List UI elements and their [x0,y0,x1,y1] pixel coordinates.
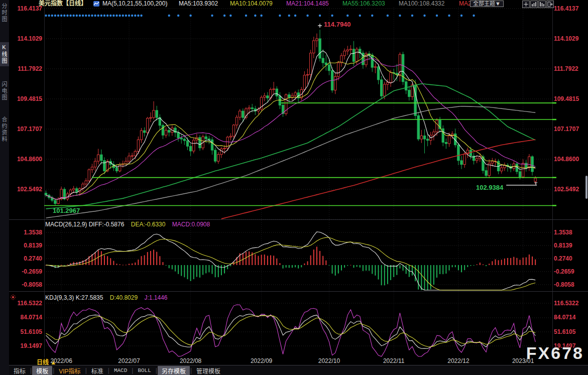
pan-crosshair-icon[interactable] [522,1,530,8]
candle-body [313,41,315,53]
candle-body [337,63,339,76]
ma-settings-label: MA(5,10,21,55,100,200) [102,0,167,8]
date-label: 2022/07 [118,357,140,364]
grid [44,8,552,357]
candle-body [156,110,158,117]
candle-body [501,168,503,171]
indicator-window-icon[interactable] [530,1,538,8]
candle-body [134,152,136,156]
candle-body [276,89,278,96]
sidebar-item-timeshare[interactable]: 分时图 [0,3,9,23]
last-low-price-label: 102.9384 [476,184,504,191]
bottom-toolbar: 指标| 模板| VIP指标| 标准| MACD| BOLL| 另存模板| 管理模… [9,365,588,375]
candle-body [153,110,155,117]
date-label: 2022/12 [447,357,469,364]
candle-body [137,140,139,151]
candle-body [94,161,96,167]
indicator-switch-icon[interactable] [10,293,16,299]
time-axis: 日线 ▲ 2022/062022/072022/082022/092022/10… [9,357,588,365]
candle-body [103,161,105,171]
candle-body [57,199,59,203]
chart-canvas[interactable]: 114.7940102.9384101.2967 [0,0,588,375]
candle-body [328,65,330,71]
candle-body [531,157,533,172]
main-macd-divider [9,219,588,220]
tab-separator: | [156,367,157,374]
tab-indicators[interactable]: 指标 [10,366,30,375]
peak-price-label: 114.7940 [324,21,351,28]
candle-body [115,168,117,171]
candle-body [288,95,290,97]
candle-body [402,54,404,82]
price-annotations: 114.7940102.9384101.2967 [53,21,537,214]
candle-body [371,55,373,68]
tab-save-template[interactable]: 另存模板 [158,366,190,375]
date-label: 2022/06 [50,357,72,364]
candle-body [267,96,269,98]
macd-hist-value: MACD:0.0908 [172,221,210,228]
candle-body [239,111,241,117]
candle-body [384,84,386,96]
candle-body [69,190,71,194]
candle-body [448,136,450,144]
candle-body [426,139,428,141]
candle-body [442,129,444,142]
candle-body [534,178,536,181]
candle-body [325,63,327,65]
exit-window-icon[interactable] [546,1,554,8]
candle-body [205,137,207,139]
candle-body [457,145,459,161]
scrollbar-thumb[interactable] [585,176,587,199]
theme-selector-button[interactable]: 全部主题▼ [470,1,504,7]
candle-body [162,126,164,135]
compare-window-icon[interactable] [538,1,546,8]
candle-body [463,154,465,165]
candle-body [522,163,524,177]
candle-body [76,189,78,192]
candle-body [85,181,87,184]
tab-separator: | [85,367,87,374]
candle-body [140,131,142,140]
candle-body [356,49,358,62]
candle-body [476,159,478,161]
date-label: 2022/10 [318,357,340,364]
candle-body [189,146,191,151]
candle-body [100,155,102,161]
tab-manage-template[interactable]: 管理模板 [192,366,224,375]
candle-body [217,155,219,162]
kdj-k-value: KDJ(9,3,3) K:27.5835 [45,294,103,301]
candle-body [186,141,188,146]
sidebar-item-contract-info[interactable]: 合约资料 [0,116,9,143]
event-dots [45,15,475,17]
candle-body [316,39,318,41]
date-label: 2022/11 [383,357,405,364]
left-sidebar: 分时图 K线图 闪电图 合约资料 [0,0,9,375]
candle-body [211,140,213,150]
candle-body [168,130,170,132]
sidebar-item-lightning[interactable]: 闪电图 [0,81,9,101]
chart-logo-icon [93,1,99,7]
tab-separator: | [30,367,32,374]
fx678-watermark: FX678 [526,343,584,363]
candle-body [232,125,234,136]
sidebar-item-kline[interactable]: K线图 [0,42,9,66]
candle-body [236,117,238,125]
candle-body [72,189,74,190]
candle-body [199,138,201,148]
tab-templates[interactable]: 模板 [32,366,52,375]
kdj-pane-header: KDJ(9,3,3) K:27.5835 D:40.8029 J:1.1446 [45,294,173,301]
candle-body [291,95,293,97]
candle-body [343,51,345,56]
candle-body [45,193,47,195]
tab-vip-indicators[interactable]: VIP指标 [55,366,84,375]
candle-body [306,74,308,75]
candle-body [264,96,266,97]
candle-body [436,120,438,132]
candle-body [423,136,425,139]
tab-standard[interactable]: 标准 [87,366,107,375]
tab-macd[interactable]: MACD [110,367,131,374]
candle-body [374,67,376,67]
tab-boll[interactable]: BOLL [134,367,155,374]
kdj-j-value: J:1.1446 [144,294,167,301]
candle-body [380,80,382,96]
